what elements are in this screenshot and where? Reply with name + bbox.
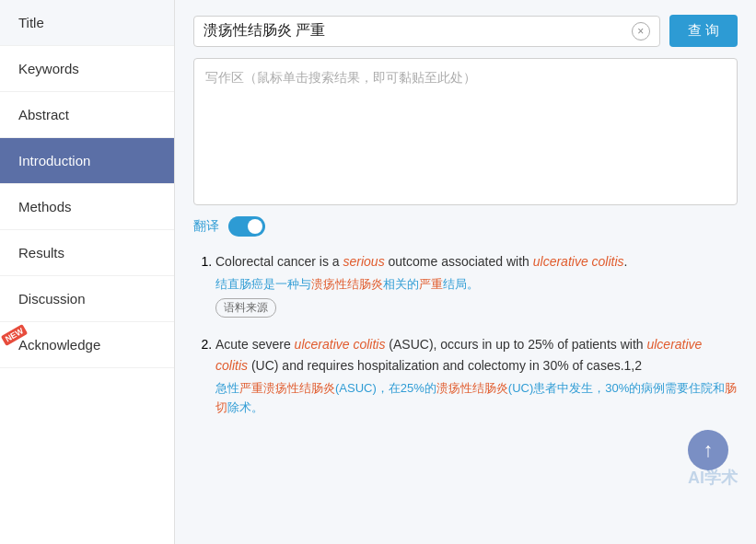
sidebar-item-introduction[interactable]: Introduction [0, 138, 174, 184]
search-input-wrapper: × [193, 16, 660, 47]
result-cn-1: 结直肠癌是一种与溃疡性结肠炎相关的严重结局。 [215, 275, 738, 295]
sidebar-item-label: Results [18, 245, 64, 260]
sidebar-item-label: Keywords [18, 61, 79, 76]
sidebar-item-title[interactable]: Title [0, 0, 174, 46]
sidebar-item-acknowledge[interactable]: NEWAcknowledge [0, 322, 174, 368]
result-item: Colorectal cancer is a serious outcome a… [215, 251, 738, 318]
sidebar-item-label: Title [18, 15, 44, 30]
sidebar-item-label: Acknowledge [18, 337, 100, 353]
sidebar-item-keywords[interactable]: Keywords [0, 46, 174, 92]
writing-area[interactable]: 写作区（鼠标单击搜索结果，即可黏贴至此处） [193, 58, 738, 205]
results-list: Colorectal cancer is a serious outcome a… [193, 251, 738, 434]
sidebar-item-label: Discussion [18, 291, 86, 307]
result-cn-2: 急性严重溃疡性结肠炎(ASUC)，在25%的溃疡性结肠炎(UC)患者中发生，30… [215, 379, 738, 418]
sidebar-item-label: Methods [18, 199, 72, 214]
sidebar: TitleKeywordsAbstractIntroductionMethods… [0, 0, 175, 544]
main-content: × 查 询 写作区（鼠标单击搜索结果，即可黏贴至此处） 翻译 Colorecta… [175, 0, 756, 544]
sidebar-item-label: Introduction [18, 153, 90, 168]
translate-toggle[interactable] [228, 216, 265, 237]
scroll-top-button[interactable]: ↑ [688, 430, 728, 470]
result-en-1: Colorectal cancer is a serious outcome a… [215, 251, 738, 272]
translate-label: 翻译 [193, 218, 219, 235]
sidebar-item-discussion[interactable]: Discussion [0, 276, 174, 322]
sidebar-item-label: Abstract [18, 107, 69, 122]
sidebar-item-abstract[interactable]: Abstract [0, 92, 174, 138]
query-button[interactable]: 查 询 [669, 15, 738, 47]
search-input[interactable] [204, 23, 632, 40]
translate-row: 翻译 [193, 216, 738, 237]
watermark: AI学术 [688, 467, 738, 489]
sidebar-item-results[interactable]: Results [0, 230, 174, 276]
clear-button[interactable]: × [632, 22, 650, 41]
result-item-2: Acute severe ulcerative colitis (ASUC), … [215, 334, 738, 417]
source-tag-1[interactable]: 语料来源 [215, 298, 276, 318]
toggle-knob [248, 219, 262, 234]
search-bar: × 查 询 [193, 15, 738, 47]
sidebar-item-methods[interactable]: Methods [0, 184, 174, 230]
writing-placeholder: 写作区（鼠标单击搜索结果，即可黏贴至此处） [205, 70, 476, 85]
result-en-2: Acute severe ulcerative colitis (ASUC), … [215, 334, 738, 376]
